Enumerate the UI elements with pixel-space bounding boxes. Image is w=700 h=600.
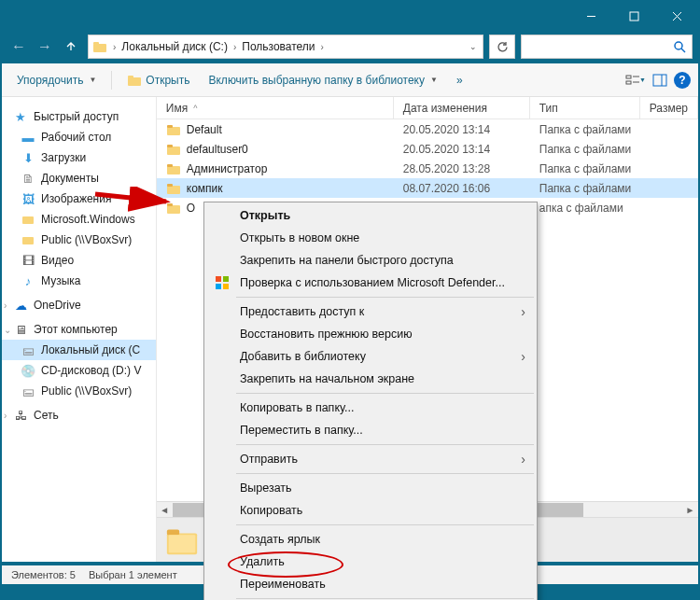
- address-bar[interactable]: › Локальный диск (C:) › Пользователи › ⌄: [88, 35, 483, 59]
- table-row[interactable]: компик08.07.2020 16:06Папка с файлами: [157, 178, 698, 198]
- ctx-rename[interactable]: Переименовать: [206, 573, 535, 595]
- expand-icon[interactable]: ›: [4, 300, 7, 311]
- context-menu: Открыть Открыть в новом окне Закрепить н…: [203, 202, 538, 600]
- sidebar-thispc[interactable]: ⌄🖥Этот компьютер: [2, 319, 156, 340]
- sidebar-pictures[interactable]: 🖼Изображения: [2, 188, 156, 209]
- ctx-open-new-window[interactable]: Открыть в новом окне: [206, 227, 535, 249]
- preview-pane-button[interactable]: [650, 70, 670, 91]
- svg-rect-24: [167, 186, 180, 194]
- ctx-restore-previous[interactable]: Восстановить прежнюю версию: [206, 323, 535, 345]
- ctx-pin-start[interactable]: Закрепить на начальном экране: [206, 368, 535, 390]
- svg-rect-17: [22, 237, 34, 244]
- search-input[interactable]: [521, 35, 693, 59]
- sidebar-public2[interactable]: 🖴Public (\\VBoxSvr): [2, 381, 156, 401]
- svg-rect-25: [167, 184, 173, 187]
- downloads-icon: ⬇: [21, 150, 35, 165]
- status-selection: Выбран 1 элемент: [89, 569, 177, 580]
- include-label: Включить выбранную папку в библиотеку: [208, 74, 425, 87]
- minimize-button[interactable]: [569, 2, 612, 30]
- svg-rect-14: [653, 75, 666, 86]
- table-row[interactable]: Default20.05.2020 13:14Папка с файлами: [157, 119, 698, 139]
- file-date: 28.05.2020 13:28: [394, 162, 530, 175]
- ctx-move-to-folder[interactable]: Переместить в папку...: [206, 419, 535, 441]
- table-row[interactable]: defaultuser020.05.2020 13:14Папка с файл…: [157, 139, 698, 159]
- up-button[interactable]: [60, 35, 82, 58]
- close-button[interactable]: [655, 2, 698, 30]
- maximize-button[interactable]: [612, 2, 655, 30]
- svg-rect-21: [167, 145, 173, 147]
- ctx-send-to[interactable]: Отправить: [206, 448, 535, 470]
- include-library-button[interactable]: Включить выбранную папку в библиотеку▼: [201, 70, 444, 91]
- ctx-cut[interactable]: Вырезать: [206, 477, 535, 499]
- address-dropdown[interactable]: ⌄: [469, 42, 477, 51]
- crumb-cdrive[interactable]: Локальный диск (C:): [118, 35, 231, 58]
- separator: [111, 71, 112, 90]
- svg-line-7: [681, 49, 685, 52]
- back-button[interactable]: ←: [7, 35, 30, 58]
- ctx-copy-to-folder[interactable]: Копировать в папку...: [206, 397, 535, 419]
- chevron-right-icon[interactable]: ›: [111, 42, 118, 52]
- sidebar-documents[interactable]: 🗎Документы: [2, 168, 156, 188]
- col-name[interactable]: Имя^: [157, 97, 394, 119]
- sidebar-downloads[interactable]: ⬇Загрузки: [2, 147, 156, 168]
- view-options-button[interactable]: ▼: [625, 70, 646, 91]
- scroll-left-icon[interactable]: ◄: [157, 502, 173, 518]
- col-size[interactable]: Размер: [640, 97, 698, 119]
- file-type: Папка с файлами: [530, 123, 640, 136]
- sidebar-dvd[interactable]: 💿CD-дисковод (D:) V: [2, 360, 156, 381]
- file-date: 20.05.2020 13:14: [394, 123, 530, 136]
- scroll-right-icon[interactable]: ►: [682, 502, 698, 518]
- organize-label: Упорядочить: [17, 74, 83, 87]
- chevron-right-icon[interactable]: ›: [319, 42, 326, 52]
- folder-icon: [166, 122, 181, 137]
- toolbar-overflow[interactable]: »: [449, 70, 470, 91]
- expand-icon[interactable]: ⌄: [4, 325, 11, 335]
- svg-rect-22: [167, 166, 180, 174]
- ctx-create-shortcut[interactable]: Создать ярлык: [206, 528, 535, 551]
- separator: [236, 297, 534, 298]
- sidebar-quick-access[interactable]: ★Быстрый доступ: [2, 106, 156, 127]
- drive-icon: 🖴: [21, 342, 35, 357]
- ctx-delete[interactable]: Удалить: [206, 551, 535, 573]
- toolbar: Упорядочить▼ Открыть Включить выбранную …: [2, 63, 698, 97]
- refresh-button[interactable]: [489, 35, 515, 59]
- crumb-users[interactable]: Пользователи: [238, 35, 318, 58]
- ctx-copy[interactable]: Копировать: [206, 499, 535, 522]
- svg-rect-1: [630, 12, 638, 21]
- ctx-add-library[interactable]: Добавить в библиотеку: [206, 345, 535, 368]
- ctx-share-access[interactable]: Предоставить доступ к: [206, 300, 535, 323]
- table-row[interactable]: Администратор28.05.2020 13:28Папка с фай…: [157, 159, 698, 178]
- col-date[interactable]: Дата изменения: [394, 97, 530, 119]
- expand-icon[interactable]: ›: [4, 411, 7, 421]
- svg-rect-16: [22, 216, 34, 224]
- svg-rect-10: [626, 76, 631, 78]
- chevron-right-icon[interactable]: ›: [231, 42, 238, 52]
- svg-rect-27: [167, 203, 173, 206]
- sidebar-network[interactable]: ›🖧Сеть: [2, 405, 156, 426]
- ctx-pin-quick-access[interactable]: Закрепить на панели быстрого доступа: [206, 249, 535, 272]
- svg-rect-18: [167, 127, 180, 135]
- sidebar-video[interactable]: 🎞Видео: [2, 250, 156, 271]
- sidebar-public[interactable]: Public (\\VBoxSvr): [2, 230, 156, 250]
- ctx-defender-scan[interactable]: Проверка с использованием Microsoft Defe…: [206, 272, 535, 294]
- video-icon: 🎞: [21, 253, 35, 268]
- sidebar-mswin[interactable]: Microsoft.Windows: [2, 209, 156, 230]
- sidebar-music[interactable]: ♪Музыка: [2, 271, 156, 291]
- sidebar-onedrive[interactable]: ›☁OneDrive: [2, 295, 156, 315]
- file-type: Папка с файлами: [530, 182, 640, 195]
- open-button[interactable]: Открыть: [119, 69, 197, 91]
- organize-button[interactable]: Упорядочить▼: [9, 70, 104, 91]
- folder-icon: [164, 523, 200, 558]
- sidebar-cdrive[interactable]: 🖴Локальный диск (C: [2, 340, 156, 360]
- file-type: Папка с файлами: [530, 143, 640, 156]
- network-drive-icon: 🖴: [21, 384, 35, 398]
- ctx-open[interactable]: Открыть: [206, 204, 535, 227]
- crumb-root-icon[interactable]: [89, 35, 111, 58]
- pc-icon: 🖥: [13, 322, 28, 337]
- forward-button[interactable]: →: [34, 35, 56, 58]
- defender-icon: [214, 274, 231, 291]
- col-type[interactable]: Тип: [530, 97, 640, 119]
- sidebar-desktop[interactable]: ▬Рабочий стол: [2, 127, 156, 147]
- help-button[interactable]: ?: [674, 72, 691, 89]
- star-icon: ★: [13, 109, 28, 124]
